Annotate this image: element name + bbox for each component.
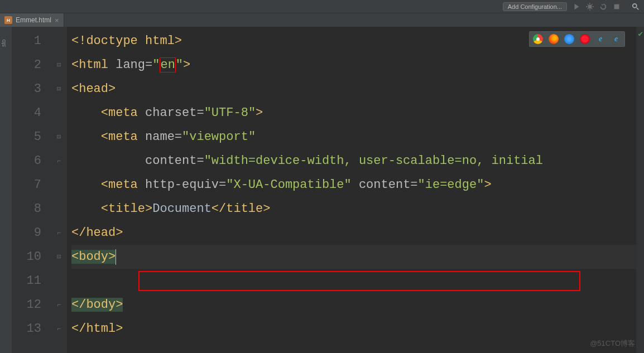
code-line: <title>Document</title> — [71, 197, 636, 221]
fold-icon[interactable]: ⊟ — [57, 53, 67, 77]
editor: sto 1 2 3 4 5 6 7 8 9 10 11 12 13 ⊟ ⊟ ⊟ … — [0, 27, 644, 353]
svg-rect-1 — [614, 4, 619, 9]
line-num: 11 — [12, 269, 57, 293]
code-line: </head> — [71, 221, 636, 245]
line-num: 12 — [12, 293, 57, 317]
line-num: 8 — [12, 197, 57, 221]
side-strip-label: sto — [1, 35, 7, 47]
annotation-box — [138, 271, 580, 291]
fold-icon[interactable]: ⊟ — [57, 125, 67, 149]
code-line: </body> — [71, 293, 636, 317]
code-line — [71, 269, 636, 293]
svg-point-2 — [633, 3, 637, 7]
stop-icon[interactable] — [613, 3, 621, 11]
fold-icon[interactable]: ⊟ — [57, 77, 67, 101]
line-num: 10 — [12, 245, 57, 269]
tab-filename: Emmet.html — [16, 16, 51, 24]
code-area[interactable]: <!doctype html> <html lang="en"> <head> … — [67, 27, 636, 353]
toolbar-actions — [573, 3, 621, 11]
line-num: 4 — [12, 101, 57, 125]
code-line: <meta charset="UTF-8"> — [71, 101, 636, 125]
line-num: 2 — [12, 53, 57, 77]
close-icon[interactable]: × — [55, 16, 59, 25]
safari-icon[interactable] — [564, 34, 574, 44]
search-icon[interactable] — [632, 3, 640, 11]
opera-icon[interactable] — [580, 34, 590, 44]
fold-end-icon[interactable]: ⌐ — [57, 149, 67, 173]
fold-end-icon[interactable]: ⌐ — [57, 221, 67, 245]
tab-bar: H Emmet.html × — [0, 13, 644, 27]
svg-point-0 — [588, 4, 592, 8]
code-line: <html lang="en"> — [71, 53, 636, 77]
line-num: 1 — [12, 29, 57, 53]
side-tool-strip[interactable]: sto — [0, 27, 12, 353]
top-toolbar: Add Configuration... — [0, 0, 644, 13]
rerun-icon[interactable] — [599, 3, 607, 11]
line-num: 13 — [12, 317, 57, 341]
html-file-icon: H — [4, 16, 12, 24]
watermark: @51CTO博客 — [590, 339, 635, 349]
debug-icon[interactable] — [586, 3, 594, 11]
firefox-icon[interactable] — [549, 34, 559, 44]
fold-gutter: ⊟ ⊟ ⊟ ⌐ ⌐ ⊟ ⌐ ⌐ — [57, 27, 67, 353]
code-line: <meta http-equiv="X-UA-Compatible" conte… — [71, 173, 636, 197]
run-icon[interactable] — [573, 3, 580, 11]
line-number-gutter: 1 2 3 4 5 6 7 8 9 10 11 12 13 — [12, 27, 57, 353]
cursor — [116, 249, 116, 265]
line-num: 9 — [12, 221, 57, 245]
ie-icon[interactable]: e — [595, 34, 605, 44]
edge-icon[interactable]: e — [611, 34, 621, 44]
line-num: 7 — [12, 173, 57, 197]
fold-end-icon[interactable]: ⌐ — [57, 293, 67, 317]
code-line: <body> — [71, 245, 636, 269]
fold-end-icon[interactable]: ⌐ — [57, 317, 67, 341]
file-tab[interactable]: H Emmet.html × — [0, 13, 64, 27]
chrome-icon[interactable] — [533, 34, 543, 44]
checkmark-icon: ✔ — [638, 29, 643, 38]
code-line: <meta name="viewport" — [71, 125, 636, 149]
line-num: 5 — [12, 125, 57, 149]
add-configuration-button[interactable]: Add Configuration... — [503, 2, 567, 11]
inspection-gutter[interactable]: ✔ — [636, 27, 644, 353]
line-num: 3 — [12, 77, 57, 101]
line-num: 6 — [12, 149, 57, 173]
browser-preview-panel: e e — [529, 31, 625, 47]
code-line: <head> — [71, 77, 636, 101]
code-line: </html> — [71, 317, 636, 341]
code-line: content="width=device-width, user-scalab… — [71, 149, 636, 173]
fold-icon[interactable]: ⊟ — [57, 245, 67, 269]
